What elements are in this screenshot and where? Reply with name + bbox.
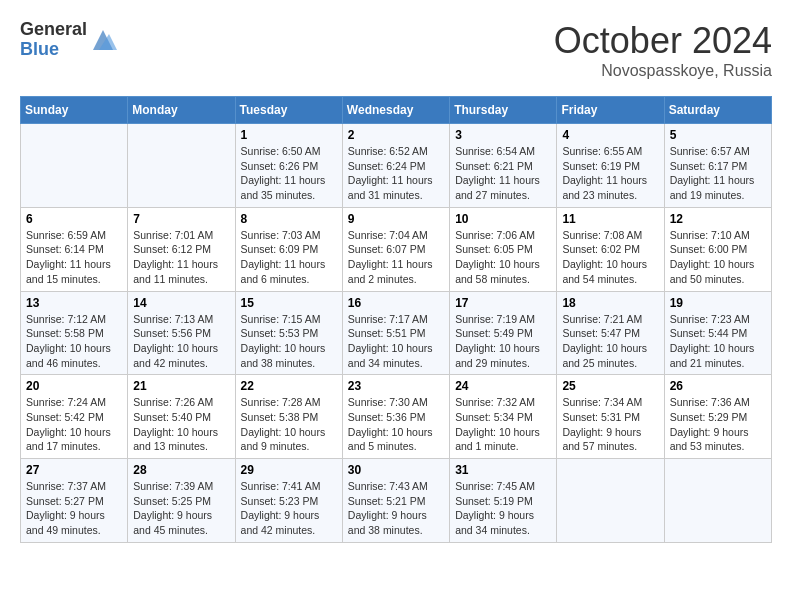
- day-number: 30: [348, 463, 444, 477]
- calendar-cell: 5Sunrise: 6:57 AM Sunset: 6:17 PM Daylig…: [664, 124, 771, 208]
- calendar-cell: 28Sunrise: 7:39 AM Sunset: 5:25 PM Dayli…: [128, 459, 235, 543]
- calendar-cell: [21, 124, 128, 208]
- calendar-cell: 10Sunrise: 7:06 AM Sunset: 6:05 PM Dayli…: [450, 207, 557, 291]
- calendar-cell: 1Sunrise: 6:50 AM Sunset: 6:26 PM Daylig…: [235, 124, 342, 208]
- logo-blue-text: Blue: [20, 40, 87, 60]
- calendar-week-row: 13Sunrise: 7:12 AM Sunset: 5:58 PM Dayli…: [21, 291, 772, 375]
- day-info: Sunrise: 7:08 AM Sunset: 6:02 PM Dayligh…: [562, 228, 658, 287]
- day-number: 31: [455, 463, 551, 477]
- calendar-week-row: 27Sunrise: 7:37 AM Sunset: 5:27 PM Dayli…: [21, 459, 772, 543]
- day-info: Sunrise: 7:28 AM Sunset: 5:38 PM Dayligh…: [241, 395, 337, 454]
- day-info: Sunrise: 7:37 AM Sunset: 5:27 PM Dayligh…: [26, 479, 122, 538]
- day-info: Sunrise: 7:43 AM Sunset: 5:21 PM Dayligh…: [348, 479, 444, 538]
- day-info: Sunrise: 7:19 AM Sunset: 5:49 PM Dayligh…: [455, 312, 551, 371]
- calendar-header-friday: Friday: [557, 97, 664, 124]
- logo: General Blue: [20, 20, 117, 60]
- day-number: 9: [348, 212, 444, 226]
- day-info: Sunrise: 7:17 AM Sunset: 5:51 PM Dayligh…: [348, 312, 444, 371]
- calendar-cell: 13Sunrise: 7:12 AM Sunset: 5:58 PM Dayli…: [21, 291, 128, 375]
- calendar-cell: 27Sunrise: 7:37 AM Sunset: 5:27 PM Dayli…: [21, 459, 128, 543]
- calendar-cell: 30Sunrise: 7:43 AM Sunset: 5:21 PM Dayli…: [342, 459, 449, 543]
- day-info: Sunrise: 6:59 AM Sunset: 6:14 PM Dayligh…: [26, 228, 122, 287]
- day-number: 25: [562, 379, 658, 393]
- calendar-header-row: SundayMondayTuesdayWednesdayThursdayFrid…: [21, 97, 772, 124]
- day-number: 22: [241, 379, 337, 393]
- calendar-cell: 22Sunrise: 7:28 AM Sunset: 5:38 PM Dayli…: [235, 375, 342, 459]
- calendar-cell: 11Sunrise: 7:08 AM Sunset: 6:02 PM Dayli…: [557, 207, 664, 291]
- day-number: 27: [26, 463, 122, 477]
- day-number: 7: [133, 212, 229, 226]
- logo-icon: [89, 26, 117, 54]
- calendar-cell: 9Sunrise: 7:04 AM Sunset: 6:07 PM Daylig…: [342, 207, 449, 291]
- calendar-cell: [128, 124, 235, 208]
- day-number: 14: [133, 296, 229, 310]
- calendar-cell: 29Sunrise: 7:41 AM Sunset: 5:23 PM Dayli…: [235, 459, 342, 543]
- day-info: Sunrise: 7:13 AM Sunset: 5:56 PM Dayligh…: [133, 312, 229, 371]
- calendar-cell: 17Sunrise: 7:19 AM Sunset: 5:49 PM Dayli…: [450, 291, 557, 375]
- calendar-cell: 20Sunrise: 7:24 AM Sunset: 5:42 PM Dayli…: [21, 375, 128, 459]
- calendar-cell: 3Sunrise: 6:54 AM Sunset: 6:21 PM Daylig…: [450, 124, 557, 208]
- day-number: 18: [562, 296, 658, 310]
- location: Novospasskoye, Russia: [554, 62, 772, 80]
- calendar-header-sunday: Sunday: [21, 97, 128, 124]
- calendar-cell: 12Sunrise: 7:10 AM Sunset: 6:00 PM Dayli…: [664, 207, 771, 291]
- day-number: 8: [241, 212, 337, 226]
- day-info: Sunrise: 7:36 AM Sunset: 5:29 PM Dayligh…: [670, 395, 766, 454]
- day-info: Sunrise: 7:06 AM Sunset: 6:05 PM Dayligh…: [455, 228, 551, 287]
- calendar-cell: 24Sunrise: 7:32 AM Sunset: 5:34 PM Dayli…: [450, 375, 557, 459]
- day-info: Sunrise: 7:10 AM Sunset: 6:00 PM Dayligh…: [670, 228, 766, 287]
- day-number: 13: [26, 296, 122, 310]
- calendar-header-thursday: Thursday: [450, 97, 557, 124]
- calendar-cell: 4Sunrise: 6:55 AM Sunset: 6:19 PM Daylig…: [557, 124, 664, 208]
- day-number: 11: [562, 212, 658, 226]
- day-info: Sunrise: 7:24 AM Sunset: 5:42 PM Dayligh…: [26, 395, 122, 454]
- calendar-cell: 15Sunrise: 7:15 AM Sunset: 5:53 PM Dayli…: [235, 291, 342, 375]
- day-number: 2: [348, 128, 444, 142]
- calendar-cell: 25Sunrise: 7:34 AM Sunset: 5:31 PM Dayli…: [557, 375, 664, 459]
- day-number: 3: [455, 128, 551, 142]
- day-info: Sunrise: 6:50 AM Sunset: 6:26 PM Dayligh…: [241, 144, 337, 203]
- calendar-header-monday: Monday: [128, 97, 235, 124]
- day-info: Sunrise: 7:32 AM Sunset: 5:34 PM Dayligh…: [455, 395, 551, 454]
- calendar-header-saturday: Saturday: [664, 97, 771, 124]
- day-number: 19: [670, 296, 766, 310]
- day-number: 28: [133, 463, 229, 477]
- day-info: Sunrise: 7:26 AM Sunset: 5:40 PM Dayligh…: [133, 395, 229, 454]
- day-info: Sunrise: 6:54 AM Sunset: 6:21 PM Dayligh…: [455, 144, 551, 203]
- day-number: 12: [670, 212, 766, 226]
- day-number: 26: [670, 379, 766, 393]
- calendar-week-row: 1Sunrise: 6:50 AM Sunset: 6:26 PM Daylig…: [21, 124, 772, 208]
- calendar-cell: 14Sunrise: 7:13 AM Sunset: 5:56 PM Dayli…: [128, 291, 235, 375]
- day-number: 4: [562, 128, 658, 142]
- calendar-cell: 7Sunrise: 7:01 AM Sunset: 6:12 PM Daylig…: [128, 207, 235, 291]
- day-info: Sunrise: 7:34 AM Sunset: 5:31 PM Dayligh…: [562, 395, 658, 454]
- calendar-cell: 31Sunrise: 7:45 AM Sunset: 5:19 PM Dayli…: [450, 459, 557, 543]
- day-info: Sunrise: 7:12 AM Sunset: 5:58 PM Dayligh…: [26, 312, 122, 371]
- day-info: Sunrise: 7:41 AM Sunset: 5:23 PM Dayligh…: [241, 479, 337, 538]
- day-info: Sunrise: 7:03 AM Sunset: 6:09 PM Dayligh…: [241, 228, 337, 287]
- day-info: Sunrise: 6:52 AM Sunset: 6:24 PM Dayligh…: [348, 144, 444, 203]
- calendar-cell: 8Sunrise: 7:03 AM Sunset: 6:09 PM Daylig…: [235, 207, 342, 291]
- month-title: October 2024: [554, 20, 772, 62]
- day-number: 29: [241, 463, 337, 477]
- day-info: Sunrise: 6:57 AM Sunset: 6:17 PM Dayligh…: [670, 144, 766, 203]
- day-info: Sunrise: 7:15 AM Sunset: 5:53 PM Dayligh…: [241, 312, 337, 371]
- day-number: 1: [241, 128, 337, 142]
- day-number: 15: [241, 296, 337, 310]
- calendar-header-tuesday: Tuesday: [235, 97, 342, 124]
- day-number: 17: [455, 296, 551, 310]
- calendar-cell: [664, 459, 771, 543]
- day-info: Sunrise: 7:39 AM Sunset: 5:25 PM Dayligh…: [133, 479, 229, 538]
- calendar-cell: 19Sunrise: 7:23 AM Sunset: 5:44 PM Dayli…: [664, 291, 771, 375]
- day-info: Sunrise: 7:23 AM Sunset: 5:44 PM Dayligh…: [670, 312, 766, 371]
- day-number: 23: [348, 379, 444, 393]
- calendar-week-row: 20Sunrise: 7:24 AM Sunset: 5:42 PM Dayli…: [21, 375, 772, 459]
- day-number: 5: [670, 128, 766, 142]
- page-header: General Blue October 2024 Novospasskoye,…: [20, 20, 772, 80]
- calendar-cell: [557, 459, 664, 543]
- day-number: 6: [26, 212, 122, 226]
- calendar-header-wednesday: Wednesday: [342, 97, 449, 124]
- calendar-week-row: 6Sunrise: 6:59 AM Sunset: 6:14 PM Daylig…: [21, 207, 772, 291]
- day-info: Sunrise: 6:55 AM Sunset: 6:19 PM Dayligh…: [562, 144, 658, 203]
- day-number: 10: [455, 212, 551, 226]
